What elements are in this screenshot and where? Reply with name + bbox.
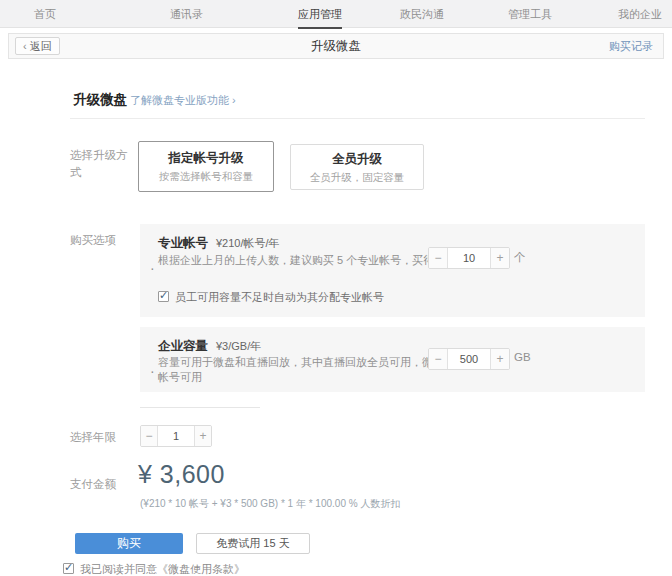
auto-assign-row: 员工可用容量不足时自动为其分配专业帐号	[158, 290, 384, 305]
agreement-row: 我已阅读并同意《微盘使用条款》	[63, 562, 245, 576]
tab-admin-tools[interactable]: 管理工具	[508, 7, 552, 22]
tab-my-company[interactable]: 我的企业	[618, 7, 662, 22]
tab-app-management[interactable]: 应用管理	[298, 7, 342, 29]
bullet-dot: ·	[150, 363, 155, 379]
upgrade-wedrive-page: 首页 通讯录 应用管理 政民沟通 管理工具 我的企业 ‹返回 升级微盘 购买记录…	[0, 0, 672, 576]
payment-label: 支付金额	[70, 476, 138, 493]
years-stepper: − 1 +	[140, 425, 212, 447]
capacity-stepper: − 500 +	[428, 348, 510, 370]
purchase-options-label: 购买选项	[70, 232, 138, 249]
capacity-value[interactable]: 500	[448, 349, 490, 369]
capacity-title: 企业容量¥3/GB/年	[158, 338, 261, 355]
mode-card-subtitle: 全员升级，固定容量	[291, 171, 423, 185]
learn-more-link[interactable]: 了解微盘专业版功能 ›	[130, 93, 236, 108]
years-value[interactable]: 1	[158, 426, 194, 446]
account-count-stepper: − 10 +	[428, 247, 510, 269]
mode-card-title: 指定帐号升级	[139, 150, 273, 167]
account-unit: 个	[514, 250, 526, 265]
auto-assign-checkbox[interactable]	[158, 291, 169, 302]
divider	[140, 407, 260, 408]
plus-button[interactable]: +	[490, 349, 509, 369]
buy-button[interactable]: 购买	[75, 533, 183, 554]
tab-contacts[interactable]: 通讯录	[170, 7, 203, 22]
mode-card-subtitle: 按需选择帐号和容量	[139, 170, 273, 184]
free-trial-button[interactable]: 免费试用 15 天	[196, 533, 310, 554]
capacity-price: ¥3/GB/年	[216, 340, 261, 352]
upgrade-mode-card-everyone[interactable]: 全员升级 全员升级，固定容量	[290, 144, 424, 190]
payment-amount: ¥ 3,600	[138, 460, 225, 489]
account-count-value[interactable]: 10	[448, 248, 490, 268]
upgrade-mode-card-specified[interactable]: 指定帐号升级 按需选择帐号和容量	[138, 141, 274, 192]
tab-home[interactable]: 首页	[34, 7, 56, 22]
plus-button[interactable]: +	[490, 248, 509, 268]
purchase-records-link[interactable]: 购买记录	[609, 39, 653, 54]
plus-button[interactable]: +	[194, 426, 211, 446]
tab-communication[interactable]: 政民沟通	[400, 7, 444, 22]
pro-account-price: ¥210/帐号/年	[216, 237, 280, 249]
bullet-dot: ·	[150, 260, 155, 276]
minus-button[interactable]: −	[141, 426, 158, 446]
upgrade-mode-label: 选择升级方式	[70, 147, 138, 181]
years-label: 选择年限	[70, 429, 138, 446]
top-nav: 首页 通讯录 应用管理 政民沟通 管理工具 我的企业	[0, 0, 672, 28]
capacity-option-box: 企业容量¥3/GB/年 · 容量可用于微盘和直播回放，其中直播回放全员可用，微盘…	[140, 327, 645, 392]
auto-assign-label: 员工可用容量不足时自动为其分配专业帐号	[175, 291, 384, 303]
payment-formula: (¥210 * 10 帐号 + ¥3 * 500 GB) * 1 年 * 100…	[140, 497, 400, 511]
agreement-checkbox[interactable]	[63, 563, 74, 574]
section-title: 升级微盘	[73, 91, 127, 109]
capacity-unit: GB	[514, 351, 531, 363]
minus-button[interactable]: −	[429, 349, 448, 369]
mode-card-title: 全员升级	[291, 151, 423, 168]
page-title: 升级微盘	[9, 34, 663, 58]
pro-account-title: 专业帐号¥210/帐号/年	[158, 235, 280, 252]
pro-account-option-box: 专业帐号¥210/帐号/年 · 根据企业上月的上传人数，建议购买 5 个专业帐号…	[140, 224, 645, 317]
page-header-bar: ‹返回 升级微盘 购买记录	[8, 33, 664, 59]
divider	[70, 118, 645, 119]
agreement-text: 我已阅读并同意《微盘使用条款》	[80, 563, 245, 575]
minus-button[interactable]: −	[429, 248, 448, 268]
